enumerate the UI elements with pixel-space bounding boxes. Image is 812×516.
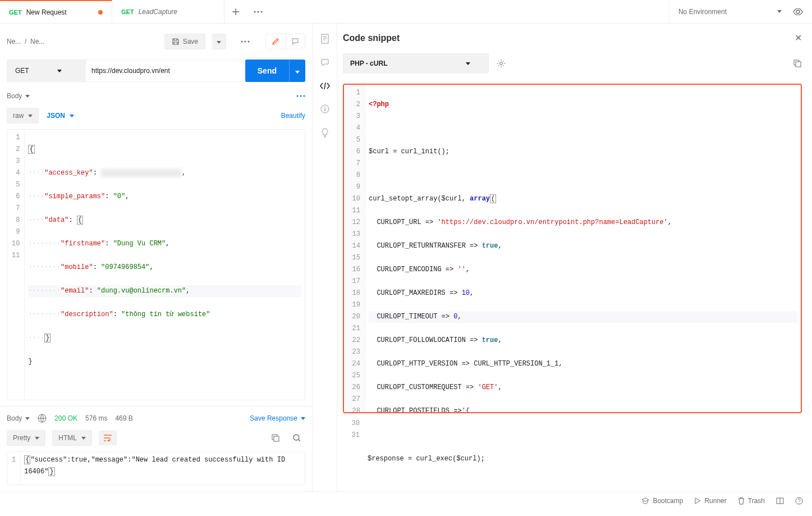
response-body-tab[interactable]: Body xyxy=(7,412,30,424)
svg-rect-10 xyxy=(274,436,279,441)
chevron-down-icon xyxy=(217,41,221,44)
save-label: Save xyxy=(183,38,198,45)
save-button[interactable]: Save xyxy=(164,34,205,49)
pretty-label: Pretty xyxy=(13,434,30,442)
bulb-icon[interactable] xyxy=(320,128,329,138)
search-icon xyxy=(293,434,301,442)
line-gutter: 1 xyxy=(7,452,21,485)
status-code: 200 OK xyxy=(54,414,77,422)
snippet-code-viewer[interactable]: 1234567891011121314151617181920212223242… xyxy=(343,84,802,413)
html-label: HTML xyxy=(58,434,77,442)
response-section: Body 200 OK 576 ms 469 B Save Response xyxy=(0,406,312,491)
response-view-pretty[interactable]: Pretty xyxy=(7,430,45,446)
response-body-viewer[interactable]: 1 {"success":true,"message":"New lead cr… xyxy=(7,451,305,485)
svg-rect-12 xyxy=(322,34,328,43)
svg-point-11 xyxy=(293,435,299,440)
right-panel: Code snippet ✕ PHP - cURL xyxy=(313,24,812,491)
wrap-lines-button[interactable] xyxy=(99,431,117,445)
body-format-json[interactable]: JSON xyxy=(47,112,74,120)
search-response-button[interactable] xyxy=(288,431,305,445)
close-snippet-button[interactable]: ✕ xyxy=(795,33,802,43)
language-selector[interactable]: PHP - cURL xyxy=(343,53,489,74)
tab-leadcapture[interactable]: GET LeadCapture xyxy=(112,0,224,23)
tab-method: GET xyxy=(9,9,22,16)
response-size: 469 B xyxy=(115,414,132,422)
documentation-icon[interactable] xyxy=(320,34,329,44)
chevron-down-icon xyxy=(25,95,30,98)
svg-point-6 xyxy=(297,95,299,97)
code-snippet-icon[interactable] xyxy=(320,82,330,90)
chevron-down-icon xyxy=(57,70,62,72)
svg-point-4 xyxy=(245,41,246,43)
layout-button[interactable] xyxy=(776,497,784,504)
save-options-button[interactable] xyxy=(212,34,226,49)
bootcamp-icon xyxy=(641,497,649,504)
edit-mode-button[interactable] xyxy=(266,34,285,49)
breadcrumb-separator: / xyxy=(25,38,26,45)
response-format-html[interactable]: HTML xyxy=(52,430,92,446)
svg-point-5 xyxy=(248,41,250,43)
chevron-down-icon xyxy=(35,437,39,440)
environment-label: No Environment xyxy=(678,8,727,16)
environment-quicklook-button[interactable] xyxy=(793,8,803,15)
save-response-button[interactable]: Save Response xyxy=(250,414,305,422)
snippet-extra-content: $response = curl_exec($curl); xyxy=(364,415,802,491)
snippet-settings-button[interactable] xyxy=(497,59,506,68)
body-tabs-more[interactable] xyxy=(296,95,305,97)
breadcrumb-segment: Ne... xyxy=(7,38,21,45)
url-input[interactable] xyxy=(85,60,245,82)
code-snippet-title: Code snippet xyxy=(343,33,400,43)
chevron-down-icon xyxy=(295,71,300,74)
network-icon[interactable] xyxy=(38,414,47,423)
line-gutter: 1234567891011 xyxy=(7,130,25,400)
sidebar-rail xyxy=(313,24,337,491)
chevron-down-icon xyxy=(301,417,305,420)
line-gutter: 3031 xyxy=(343,415,364,491)
tab-new-request[interactable]: GET New Request xyxy=(0,0,112,23)
tab-options-button[interactable] xyxy=(247,0,269,23)
new-tab-button[interactable] xyxy=(224,0,247,23)
layout-icon xyxy=(776,497,784,504)
trash-button[interactable]: Trash xyxy=(738,497,765,505)
request-body-editor[interactable]: 1234567891011 { ····"access_key": "XXXXX… xyxy=(7,129,305,400)
beautify-button[interactable]: Beautify xyxy=(281,112,305,120)
method-selector[interactable]: GET xyxy=(7,60,85,82)
environment-selector[interactable]: No Environment xyxy=(678,8,782,16)
copy-icon xyxy=(793,59,802,68)
breadcrumb-segment: Ne... xyxy=(30,38,44,45)
comments-icon[interactable] xyxy=(320,58,329,67)
json-label: JSON xyxy=(47,112,65,120)
runner-label: Runner xyxy=(704,497,726,505)
runner-button[interactable]: Runner xyxy=(694,497,726,505)
copy-response-button[interactable] xyxy=(267,431,284,445)
bootcamp-button[interactable]: Bootcamp xyxy=(641,497,683,505)
response-time: 576 ms xyxy=(85,414,107,422)
svg-point-3 xyxy=(241,41,243,43)
svg-point-2 xyxy=(261,11,263,12)
tab-title: LeadCapture xyxy=(139,8,177,16)
help-button[interactable] xyxy=(795,497,803,505)
save-response-label: Save Response xyxy=(250,414,297,422)
request-body-tab[interactable]: Body xyxy=(7,90,30,102)
help-icon xyxy=(795,497,803,505)
line-gutter: 1234567891011121314151617181920212223242… xyxy=(344,85,365,412)
chevron-down-icon xyxy=(466,62,470,65)
comment-mode-button[interactable] xyxy=(285,34,305,49)
send-button[interactable]: Send xyxy=(245,60,289,82)
response-text: {"success":true,"message":"New lead crea… xyxy=(21,452,305,485)
trash-icon xyxy=(738,497,745,505)
raw-label: raw xyxy=(13,112,24,120)
copy-snippet-button[interactable] xyxy=(793,59,802,68)
code-content: { ····"access_key": "XXXXXXXXXXXXXXXXXX"… xyxy=(25,130,305,400)
request-more-button[interactable] xyxy=(236,37,254,46)
wrap-icon xyxy=(104,435,112,441)
request-panel: Ne... / Ne... Save xyxy=(0,24,313,491)
chevron-down-icon xyxy=(28,115,33,117)
body-type-raw[interactable]: raw xyxy=(7,108,39,124)
comment-icon xyxy=(291,38,299,45)
snippet-code-content: <?php $curl = curl_init(); curl_setopt_a… xyxy=(365,85,801,412)
send-options-button[interactable] xyxy=(289,60,305,82)
breadcrumb[interactable]: Ne... / Ne... xyxy=(7,38,44,45)
bootcamp-label: Bootcamp xyxy=(653,497,683,505)
info-icon[interactable] xyxy=(320,104,329,113)
